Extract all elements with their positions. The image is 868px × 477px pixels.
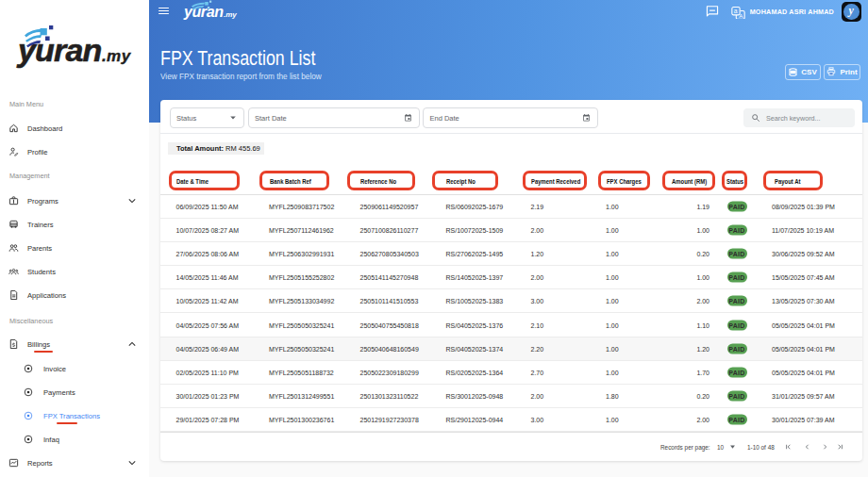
svg-text:A: A: [739, 12, 743, 19]
svg-text:.my: .my: [224, 10, 237, 19]
svg-text:.my: .my: [102, 47, 132, 65]
svg-text:a: a: [734, 8, 738, 14]
svg-text:yuran: yuran: [16, 32, 102, 68]
